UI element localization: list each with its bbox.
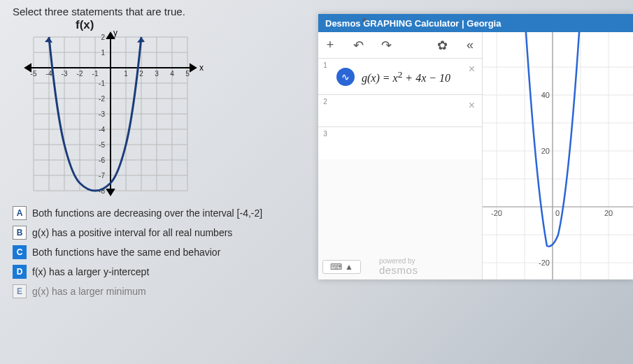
svg-text:3: 3 — [155, 70, 159, 78]
choice-text-d: f(x) has a larger y-intercept — [32, 266, 149, 277]
svg-text:40: 40 — [541, 91, 550, 99]
svg-text:-7: -7 — [99, 172, 105, 180]
svg-text:-1: -1 — [92, 70, 99, 78]
desmos-titlebar[interactable]: Desmos GRAPHING Calculator | Georgia — [318, 14, 633, 32]
svg-text:-4: -4 — [46, 70, 52, 78]
question-prompt: Select three statements that are true. — [13, 6, 185, 17]
choice-c[interactable]: C Both functions have the same end behav… — [13, 245, 306, 259]
svg-text:-1: -1 — [99, 80, 105, 87]
svg-text:5: 5 — [185, 70, 190, 78]
choice-text-e: g(x) has a larger minimum — [32, 286, 146, 297]
choice-d[interactable]: D f(x) has a larger y-intercept — [13, 265, 306, 279]
svg-text:-3: -3 — [99, 110, 105, 118]
expression-row-1[interactable]: 1 ∿ g(x) = x2 + 4x − 10 × — [318, 59, 482, 95]
choice-a[interactable]: A Both functions are decreasing over the… — [13, 206, 306, 220]
choice-letter-e: E — [13, 284, 27, 298]
svg-marker-49 — [137, 37, 145, 43]
svg-text:-20: -20 — [539, 259, 550, 267]
svg-text:0: 0 — [555, 209, 560, 217]
delete-row-button[interactable]: × — [462, 99, 482, 112]
add-expression-button[interactable]: + — [322, 38, 338, 52]
row-index: 1 — [318, 59, 332, 72]
svg-text:-4: -4 — [99, 126, 105, 133]
keyboard-toggle-button[interactable]: ⌨ ▲ — [322, 260, 361, 274]
svg-text:-20: -20 — [491, 209, 502, 217]
choice-e[interactable]: E g(x) has a larger minimum — [13, 284, 306, 298]
choice-text-b: g(x) has a positive interval for all rea… — [32, 227, 232, 238]
expression-row-2[interactable]: 2 × — [318, 95, 482, 127]
svg-text:1: 1 — [124, 70, 128, 78]
svg-text:4: 4 — [170, 70, 174, 78]
row-index: 3 — [318, 127, 332, 140]
svg-text:20: 20 — [604, 209, 613, 217]
svg-text:1: 1 — [101, 49, 105, 57]
collapse-panel-button[interactable]: « — [462, 38, 478, 52]
expression-formula[interactable]: g(x) = x2 + 4x − 10 — [359, 68, 462, 84]
svg-text:-2: -2 — [99, 95, 105, 103]
fx-graph: x y -5-4-3 -2-1 123 45 21 -1-2 -3-4 -5-6… — [13, 29, 208, 197]
powered-by-label: powered by desmos — [379, 258, 418, 275]
caret-up-icon: ▲ — [345, 262, 353, 272]
undo-button[interactable]: ↶ — [350, 38, 366, 53]
svg-text:-5: -5 — [99, 141, 105, 149]
choice-letter-b: B — [13, 226, 27, 240]
svg-text:-6: -6 — [99, 156, 105, 164]
redo-button[interactable]: ↷ — [378, 38, 394, 53]
expression-row-3[interactable]: 3 — [318, 127, 482, 159]
desmos-window: Desmos GRAPHING Calculator | Georgia + ↶… — [318, 14, 633, 279]
expression-panel: + ↶ ↷ ✿ « 1 ∿ g(x) = x2 + 4x − 10 × 2 × … — [318, 32, 483, 279]
x-axis-label: x — [199, 63, 204, 73]
choice-b[interactable]: B g(x) has a positive interval for all r… — [13, 226, 306, 240]
choice-letter-d: D — [13, 265, 27, 279]
keyboard-icon: ⌨ — [330, 262, 342, 272]
svg-text:2: 2 — [101, 34, 105, 41]
svg-text:20: 20 — [541, 147, 550, 155]
wave-icon[interactable]: ∿ — [336, 68, 355, 86]
expression-toolbar: + ↶ ↷ ✿ « — [318, 32, 482, 59]
svg-text:-2: -2 — [77, 70, 83, 78]
choice-letter-c: C — [13, 245, 27, 259]
svg-marker-48 — [45, 37, 52, 43]
choice-text-a: Both functions are decreasing over the i… — [32, 208, 262, 219]
svg-text:2: 2 — [139, 70, 143, 78]
svg-text:-5: -5 — [31, 70, 37, 78]
desmos-graph[interactable]: -20 0 20 40 20 -20 — [483, 32, 633, 279]
choice-text-c: Both functions have the same end behavio… — [32, 247, 220, 258]
settings-button[interactable]: ✿ — [434, 38, 450, 53]
svg-marker-27 — [107, 189, 114, 195]
svg-marker-23 — [190, 64, 196, 71]
svg-text:-3: -3 — [62, 70, 68, 78]
y-axis-label: y — [113, 29, 118, 38]
answer-choices: A Both functions are decreasing over the… — [13, 206, 306, 304]
choice-letter-a: A — [13, 206, 27, 220]
delete-row-button[interactable]: × — [462, 63, 482, 75]
row-index: 2 — [318, 95, 332, 108]
